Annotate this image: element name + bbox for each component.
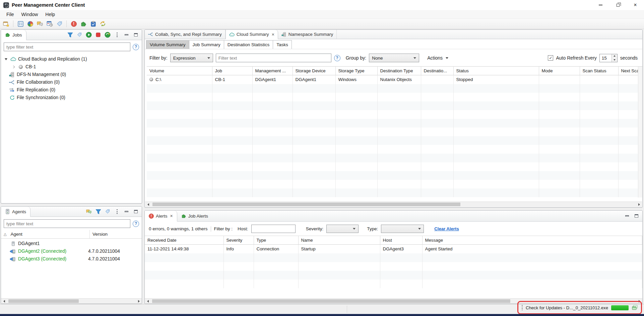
tree-item-cloud-backup[interactable]: Cloud Backup and Replication (1): [1, 55, 142, 63]
job-alerts-toolbar-button[interactable]: [79, 20, 87, 28]
new-job-button[interactable]: [2, 20, 10, 28]
tab-collab-sync-repl-summary[interactable]: Collab, Sync, and Repl Summary: [145, 30, 226, 39]
col-destination-type[interactable]: Destination Type: [377, 67, 421, 75]
tag-jobs-button[interactable]: [76, 31, 83, 38]
tag-agents-button[interactable]: [104, 208, 111, 215]
statusbar-grip[interactable]: [522, 305, 523, 310]
tasks-toolbar-button[interactable]: [89, 20, 97, 28]
tree-item-dfsn[interactable]: DFS-N Management (0): [1, 71, 142, 78]
close-tab-icon[interactable]: ×: [170, 213, 173, 219]
agents-filter-input[interactable]: [4, 219, 130, 228]
jobs-filter-input[interactable]: [4, 43, 130, 51]
tree-item-file-collab[interactable]: File Collaboration (0): [1, 78, 142, 86]
scroll-left-icon[interactable]: [146, 300, 149, 303]
host-filter-input[interactable]: [251, 225, 296, 233]
severity-combo[interactable]: [326, 225, 359, 233]
tree-item-file-repl[interactable]: File Replication (0): [1, 86, 142, 94]
agent-row[interactable]: DGAgent2 (Connected) 4.7.0.20211004: [1, 247, 142, 255]
chevron-expanded-icon[interactable]: [4, 58, 8, 60]
group-by-combo[interactable]: None: [369, 54, 419, 62]
col-status[interactable]: Status: [453, 67, 539, 75]
col-type[interactable]: Type: [254, 236, 298, 245]
clear-alerts-link[interactable]: Clear Alerts: [434, 226, 459, 231]
close-tab-icon[interactable]: ×: [272, 32, 274, 37]
scroll-right-icon[interactable]: [637, 203, 641, 206]
minimize-alerts-panel-button[interactable]: [624, 213, 630, 219]
col-name[interactable]: Name: [298, 236, 380, 245]
filter-agents-button[interactable]: [95, 208, 102, 215]
col-message[interactable]: Message: [422, 236, 642, 245]
support-button[interactable]: [36, 20, 44, 28]
scroll-left-icon[interactable]: [146, 203, 150, 206]
col-volume[interactable]: Volume: [147, 67, 212, 75]
job-alerts-tab[interactable]: Job Alerts: [177, 211, 212, 221]
agents-horizontal-scrollbar[interactable]: [1, 298, 142, 304]
jobs-view-menu-button[interactable]: [114, 31, 120, 38]
col-host[interactable]: Host: [380, 236, 422, 245]
tags-button[interactable]: [55, 20, 63, 28]
preferences-button[interactable]: [16, 20, 24, 28]
scrollbar-thumb[interactable]: [152, 299, 510, 303]
tab-cloud-summary[interactable]: Cloud Summary ×: [226, 30, 278, 39]
help-icon[interactable]: ?: [334, 55, 340, 61]
jobs-tab[interactable]: Jobs: [1, 30, 26, 40]
minimize-window-button[interactable]: [592, 0, 609, 10]
scrollbar-thumb[interactable]: [152, 203, 460, 206]
agent-row[interactable]: DGAgent3 (Connected) 4.7.0.20211004: [1, 255, 142, 263]
auto-refresh-checkbox[interactable]: ✓: [548, 55, 553, 61]
tab-namespace-summary[interactable]: Namespace Summary: [278, 30, 337, 39]
subtab-destination-statistics[interactable]: Destination Statistics: [224, 40, 273, 49]
help-icon[interactable]: ?: [133, 44, 139, 50]
subtab-job-summary[interactable]: Job Summary: [189, 40, 224, 49]
agents-col-agent[interactable]: △ Agent: [1, 230, 90, 238]
menu-help[interactable]: Help: [42, 11, 59, 18]
chevron-collapsed-icon[interactable]: [11, 66, 16, 68]
col-destination[interactable]: Destinatio...: [421, 67, 453, 75]
volume-table-row[interactable]: C:\ CB-1 DGAgent1 DGAgent1 Windows Nutan…: [147, 75, 642, 84]
alerts-toolbar-button[interactable]: !: [70, 20, 78, 28]
minimize-agents-panel-button[interactable]: [123, 208, 130, 215]
spin-up-icon[interactable]: [612, 54, 617, 58]
agent-messages-button[interactable]: [85, 208, 92, 215]
col-scan-status[interactable]: Scan Status: [580, 67, 618, 75]
refresh-toolbar-button[interactable]: [99, 20, 107, 28]
scroll-right-icon[interactable]: [137, 300, 140, 303]
scroll-left-icon[interactable]: [2, 300, 6, 303]
col-storage-device[interactable]: Storage Device: [293, 67, 335, 75]
alerts-table-row[interactable]: 11-12-2021 14:49:38 Info Connection Star…: [145, 245, 642, 253]
volume-filter-text-input[interactable]: [216, 54, 331, 62]
alerts-tab[interactable]: ! Alerts ×: [145, 211, 177, 222]
filter-jobs-button[interactable]: [67, 31, 73, 38]
col-storage-type[interactable]: Storage Type: [335, 67, 377, 75]
power-options-button[interactable]: [26, 20, 34, 28]
scrollbar-thumb[interactable]: [8, 299, 79, 303]
restart-job-button[interactable]: [104, 31, 111, 38]
col-severity[interactable]: Severity: [223, 236, 254, 245]
agents-tab[interactable]: Agents: [1, 207, 30, 217]
refresh-interval-spinner[interactable]: 15: [599, 54, 618, 62]
menu-window[interactable]: Window: [18, 11, 42, 18]
maximize-alerts-panel-button[interactable]: [633, 213, 640, 219]
col-management[interactable]: Management ...: [252, 67, 293, 75]
subtab-tasks[interactable]: Tasks: [273, 40, 292, 49]
col-job[interactable]: Job: [212, 67, 252, 75]
start-job-button[interactable]: [85, 31, 92, 38]
maximize-jobs-panel-button[interactable]: [132, 31, 139, 38]
close-window-button[interactable]: ×: [627, 0, 644, 10]
type-combo[interactable]: [381, 225, 424, 233]
agents-col-version[interactable]: Version: [90, 230, 142, 238]
stop-job-button[interactable]: [95, 31, 102, 38]
filter-expression-combo[interactable]: Expression: [170, 54, 213, 62]
actions-dropdown[interactable]: Actions: [427, 55, 448, 61]
updates-windows-icon[interactable]: [632, 305, 638, 311]
menu-file[interactable]: File: [3, 11, 18, 18]
volume-horizontal-scrollbar[interactable]: [145, 202, 642, 207]
subtab-volume-summary[interactable]: Volume Summary: [146, 40, 189, 49]
schedule-button[interactable]: [46, 20, 54, 28]
col-mode[interactable]: Mode: [539, 67, 580, 75]
agent-row[interactable]: DGAgent1: [1, 240, 142, 247]
tree-item-file-sync[interactable]: File Synchronization (0): [1, 94, 142, 101]
col-received-date[interactable]: Received Date: [145, 236, 223, 245]
restore-window-button[interactable]: [609, 0, 627, 10]
tree-item-cb1[interactable]: CB-1: [1, 63, 142, 71]
